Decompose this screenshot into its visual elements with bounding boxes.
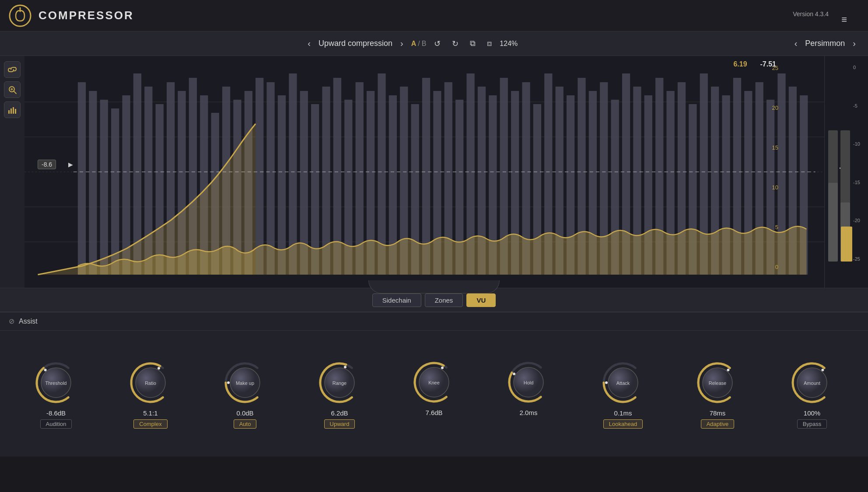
svg-point-96 xyxy=(344,366,346,368)
preset-prev-button[interactable]: ‹ xyxy=(304,37,314,50)
knob-sub-release[interactable]: Adaptive xyxy=(701,419,735,429)
bottom-section: ⊘ Assist xyxy=(0,312,868,457)
svg-point-84 xyxy=(44,369,47,371)
knob-sub-makeup[interactable]: Auto xyxy=(234,419,257,429)
tab-area: Sidechain Zones VU xyxy=(0,288,868,312)
preset-bank-next[interactable]: › xyxy=(849,37,859,50)
knob-container-attack: Attack 0.1ms Lookahead xyxy=(599,359,647,429)
knob-value-threshold: -8.6dB xyxy=(46,409,66,417)
preset-next-button[interactable]: › xyxy=(397,37,407,50)
copy-button[interactable]: ⧉ xyxy=(466,37,479,50)
vu-scale-0: 0 xyxy=(853,65,866,70)
threshold-label: -8.6 xyxy=(38,160,56,169)
vu-scale-5: -5 xyxy=(853,103,866,108)
vu-bar-left xyxy=(828,130,838,262)
knob-sub-threshold[interactable]: Audition xyxy=(40,419,72,429)
tab-sidechain[interactable]: Sidechain xyxy=(372,293,421,307)
redo-button[interactable]: ↻ xyxy=(448,37,462,50)
logo-icon xyxy=(9,4,32,27)
svg-rect-8 xyxy=(13,107,14,114)
assist-label: Assist xyxy=(19,318,38,325)
toolbar: ‹ Upward compression › A / B ↺ ↻ ⧉ ⧈ 124… xyxy=(0,31,868,56)
knob-container-threshold: Threshold -8.6dB Audition xyxy=(32,359,80,429)
scale-5: 5 xyxy=(752,224,778,230)
svg-rect-18 xyxy=(111,108,119,275)
paste-button[interactable]: ⧈ xyxy=(483,37,495,50)
output-value: -7.51 xyxy=(760,60,776,68)
knob-knee[interactable]: Knee xyxy=(410,358,458,406)
knob-sub-ratio[interactable]: Complex xyxy=(133,419,167,429)
threshold-arrow: ▶ xyxy=(68,161,73,168)
preset-name: Upward compression xyxy=(318,39,392,48)
knob-ratio[interactable]: Ratio xyxy=(126,359,175,407)
svg-rect-9 xyxy=(15,109,16,114)
svg-rect-17 xyxy=(100,100,108,275)
knob-sub-attack[interactable]: Lookahead xyxy=(603,419,643,429)
ab-section: A / B xyxy=(411,40,427,48)
svg-text:Threshold: Threshold xyxy=(46,380,67,386)
analyze-button[interactable] xyxy=(4,101,21,118)
svg-text:Release: Release xyxy=(709,380,726,386)
undo-button[interactable]: ↺ xyxy=(430,37,444,50)
knob-range[interactable]: Range xyxy=(315,359,364,407)
knob-release[interactable]: Release xyxy=(693,359,742,407)
scale-15: 15 xyxy=(752,144,778,151)
menu-button[interactable]: ≡ xyxy=(838,12,850,27)
vu-scale-20: -20 xyxy=(853,218,866,223)
svg-point-108 xyxy=(605,381,608,384)
preset-bank-prev[interactable]: ‹ xyxy=(791,37,801,50)
vu-scale-10: -10 xyxy=(853,141,866,147)
svg-rect-15 xyxy=(78,82,86,275)
main-area: 6.19 -7.51 xyxy=(0,56,868,288)
knob-value-attack: 0.1ms xyxy=(614,409,632,417)
scale-20: 20 xyxy=(752,105,778,111)
gain-value: 6.19 xyxy=(733,60,747,68)
knob-threshold[interactable]: Threshold xyxy=(32,359,80,407)
app-title: COMPRESSOR xyxy=(38,9,134,22)
visualizer[interactable]: 6.19 -7.51 xyxy=(24,56,824,288)
assist-icon: ⊘ xyxy=(9,317,14,325)
knob-value-amount: 100% xyxy=(804,409,820,417)
tab-zones[interactable]: Zones xyxy=(425,293,463,307)
knob-container-ratio: Ratio 5.1:1 Complex xyxy=(126,359,175,429)
knob-sub-amount[interactable]: Bypass xyxy=(797,419,827,429)
svg-text:Amount: Amount xyxy=(804,380,820,386)
knob-attack[interactable]: Attack xyxy=(599,359,647,407)
tab-vu[interactable]: VU xyxy=(466,293,496,307)
knob-makeup[interactable]: Make up xyxy=(221,359,269,407)
ab-sep: / xyxy=(418,40,420,48)
knob-container-knee: Knee 7.6dB xyxy=(410,358,458,429)
svg-point-92 xyxy=(227,381,230,384)
knob-container-amount: Amount 100% Bypass xyxy=(788,359,836,429)
visualization-canvas xyxy=(24,56,824,288)
knob-hold[interactable]: Hold xyxy=(504,358,553,406)
vu-scale-25: -25 xyxy=(853,256,866,262)
scale-0: 0 xyxy=(752,264,778,270)
svg-point-88 xyxy=(158,367,160,370)
svg-text:Make up: Make up xyxy=(236,380,254,386)
knob-value-range: 6.2dB xyxy=(331,409,348,417)
knob-value-hold: 2.0ms xyxy=(520,409,538,416)
svg-line-3 xyxy=(14,91,16,94)
svg-rect-33 xyxy=(278,95,286,275)
knob-value-makeup: 0.0dB xyxy=(236,409,253,417)
knob-value-knee: 7.6dB xyxy=(425,409,442,416)
vu-scale-15: -15 xyxy=(853,180,866,185)
ab-b-label[interactable]: B xyxy=(422,40,427,48)
bank-preset-name: Persimmon xyxy=(805,39,845,48)
link-button[interactable] xyxy=(4,61,21,78)
knob-amount[interactable]: Amount xyxy=(788,359,836,407)
knob-container-release: Release 78ms Adaptive xyxy=(693,359,742,429)
svg-text:Hold: Hold xyxy=(524,380,534,385)
ab-a-label[interactable]: A xyxy=(411,40,416,48)
version-text: Version 4.3.4 xyxy=(793,10,829,17)
vu-meter-area: 0 -5 -10 -15 -20 -25 xyxy=(824,56,868,288)
knob-sub-range[interactable]: Upward xyxy=(324,419,355,429)
svg-text:Attack: Attack xyxy=(616,380,630,386)
zoom-button[interactable] xyxy=(4,81,21,98)
header: COMPRESSOR Version 4.3.4 ≡ xyxy=(0,0,868,31)
svg-rect-7 xyxy=(10,108,12,114)
svg-text:Range: Range xyxy=(332,380,346,386)
svg-rect-16 xyxy=(89,91,97,275)
scale-10: 10 xyxy=(752,184,778,191)
